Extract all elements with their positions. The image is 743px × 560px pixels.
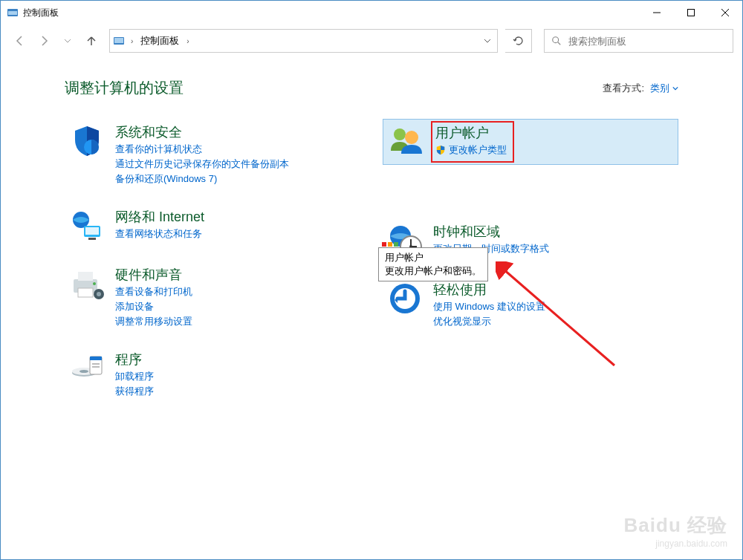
svg-point-30 xyxy=(405,131,418,144)
breadcrumb-icon xyxy=(110,35,128,47)
category-link[interactable]: 备份和还原(Windows 7) xyxy=(115,172,289,186)
svg-rect-18 xyxy=(78,288,93,297)
searchbar[interactable] xyxy=(544,29,733,53)
svg-line-10 xyxy=(558,42,561,45)
uac-shield-icon xyxy=(435,145,446,155)
network-icon xyxy=(69,208,105,244)
category-link[interactable]: 查看设备和打印机 xyxy=(115,285,192,299)
svg-rect-15 xyxy=(88,238,96,240)
svg-point-24 xyxy=(80,370,88,373)
category-title[interactable]: 系统和安全 xyxy=(115,123,289,141)
tooltip-dots xyxy=(382,242,398,247)
watermark: Baidu 经验 jingyan.baidu.com xyxy=(624,512,727,549)
category-title[interactable]: 用户帐户 xyxy=(435,124,507,142)
category-title[interactable]: 网络和 Internet xyxy=(115,208,204,226)
svg-rect-27 xyxy=(92,363,100,365)
category-link[interactable]: 更改帐户类型 xyxy=(435,143,507,157)
window-controls xyxy=(640,1,742,25)
svg-rect-4 xyxy=(688,10,695,16)
view-label: 查看方式: xyxy=(603,82,644,95)
search-icon xyxy=(545,36,568,46)
category-programs[interactable]: 程序 卸载程序 获得程序 xyxy=(65,346,360,403)
svg-rect-2 xyxy=(8,10,17,11)
breadcrumb[interactable]: › 控制面板 › xyxy=(109,29,498,53)
tooltip-title: 用户帐户 xyxy=(385,251,481,264)
svg-point-19 xyxy=(93,282,96,285)
titlebar: 控制面板 xyxy=(1,1,742,25)
users-icon xyxy=(388,124,424,160)
chevron-down-icon xyxy=(672,85,678,91)
category-title[interactable]: 硬件和声音 xyxy=(115,266,192,284)
svg-rect-17 xyxy=(78,272,93,281)
page-title: 调整计算机的设置 xyxy=(65,78,603,98)
category-hardware[interactable]: 硬件和声音 查看设备和打印机 添加设备 调整常用移动设置 xyxy=(65,261,360,333)
category-network[interactable]: 网络和 Internet 查看网络状态和任务 xyxy=(65,204,360,248)
svg-rect-28 xyxy=(92,366,100,368)
category-link-text: 更改帐户类型 xyxy=(449,143,507,157)
back-button[interactable] xyxy=(10,30,30,51)
tooltip: 用户帐户 更改用户帐户和密码。 xyxy=(378,247,488,281)
category-user-accounts[interactable]: 用户帐户 更改帐户类型 xyxy=(383,119,678,165)
shield-system-icon xyxy=(69,123,105,159)
left-column: 系统和安全 查看你的计算机状态 通过文件历史记录保存你的文件备份副本 备份和还原… xyxy=(65,119,360,416)
view-dropdown[interactable]: 类别 xyxy=(650,82,678,95)
category-link[interactable]: 查看网络状态和任务 xyxy=(115,227,204,241)
breadcrumb-item[interactable]: 控制面板 xyxy=(136,34,184,48)
navbar: › 控制面板 › xyxy=(1,25,742,57)
category-link[interactable]: 查看你的计算机状态 xyxy=(115,143,289,156)
category-link[interactable]: 调整常用移动设置 xyxy=(115,315,192,328)
content-header: 调整计算机的设置 查看方式: 类别 xyxy=(65,78,678,98)
close-button[interactable] xyxy=(708,1,742,25)
search-input[interactable] xyxy=(568,36,733,47)
svg-line-38 xyxy=(503,269,614,365)
ease-of-access-icon xyxy=(387,281,423,316)
view-value-text: 类别 xyxy=(650,82,669,95)
up-button[interactable] xyxy=(81,30,102,51)
maximize-button[interactable] xyxy=(674,1,708,25)
svg-point-9 xyxy=(553,37,559,43)
category-link[interactable]: 卸载程序 xyxy=(115,370,154,383)
minimize-button[interactable] xyxy=(640,1,674,25)
svg-rect-8 xyxy=(114,38,123,43)
watermark-url: jingyan.baidu.com xyxy=(624,538,727,549)
chevron-right-icon[interactable]: › xyxy=(184,37,192,45)
svg-point-29 xyxy=(394,128,406,140)
printer-icon xyxy=(69,266,105,302)
red-arrow-annotation xyxy=(496,261,622,373)
category-link[interactable]: 添加设备 xyxy=(115,300,192,313)
breadcrumb-dropdown[interactable] xyxy=(478,30,497,52)
svg-rect-26 xyxy=(90,356,102,360)
category-link[interactable]: 获得程序 xyxy=(115,385,154,398)
category-link[interactable]: 通过文件历史记录保存你的文件备份副本 xyxy=(115,157,289,171)
recent-dropdown[interactable] xyxy=(57,30,78,51)
window-title: 控制面板 xyxy=(23,7,59,19)
control-panel-icon xyxy=(7,7,19,19)
category-title[interactable]: 程序 xyxy=(115,351,154,368)
svg-rect-14 xyxy=(85,227,99,235)
category-title[interactable]: 时钟和区域 xyxy=(433,223,549,241)
svg-point-21 xyxy=(97,292,101,296)
content: 调整计算机的设置 查看方式: 类别 系统和安全 查看你的计算机状态 通过文件历史… xyxy=(1,57,742,559)
chevron-right-icon[interactable]: › xyxy=(128,37,136,45)
refresh-button[interactable] xyxy=(505,29,532,53)
category-system-security[interactable]: 系统和安全 查看你的计算机状态 通过文件历史记录保存你的文件备份副本 备份和还原… xyxy=(65,119,360,190)
forward-button[interactable] xyxy=(33,30,54,51)
watermark-brand: Baidu 经验 xyxy=(624,512,727,538)
tooltip-desc: 更改用户帐户和密码。 xyxy=(385,264,481,278)
programs-icon xyxy=(69,351,105,386)
